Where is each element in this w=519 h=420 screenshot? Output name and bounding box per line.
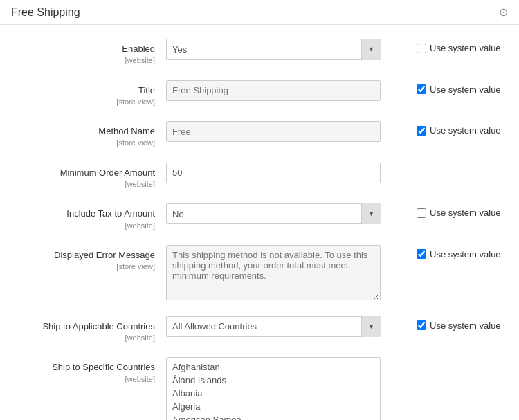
min-order-input-col: [166, 163, 408, 183]
method-name-input-col: [166, 121, 408, 142]
method-name-use-system-text: Use system value: [430, 125, 501, 136]
method-name-scope: [store view]: [0, 138, 155, 148]
ship-applicable-use-system-checkbox[interactable]: [417, 320, 426, 330]
title-use-system-checkbox[interactable]: [417, 84, 426, 94]
error-message-textarea[interactable]: [166, 245, 381, 300]
error-message-scope: [store view]: [0, 262, 155, 272]
error-message-use-system-col: Use system value: [408, 245, 519, 259]
ship-applicable-use-system-text: Use system value: [430, 320, 501, 331]
include-tax-use-system-col: Use system value: [408, 203, 519, 218]
collapse-button[interactable]: ⊙: [499, 6, 508, 19]
enabled-use-system-checkbox[interactable]: [417, 44, 426, 53]
enabled-use-system-label[interactable]: Use system value: [417, 43, 501, 53]
ship-applicable-scope: [website]: [0, 333, 155, 343]
min-order-row: Minimum Order Amount [website]: [0, 160, 519, 193]
title-use-system-text: Use system value: [430, 84, 501, 95]
method-name-label: Method Name: [0, 125, 155, 138]
method-name-use-system-checkbox[interactable]: [417, 126, 426, 136]
include-tax-label-col: Include Tax to Amount [website]: [0, 203, 166, 231]
title-use-system-label[interactable]: Use system value: [417, 84, 501, 95]
collapse-icon: ⊙: [499, 6, 508, 18]
min-order-label-col: Minimum Order Amount [website]: [0, 163, 166, 190]
enabled-select[interactable]: Yes No: [166, 39, 381, 60]
error-message-label: Displayed Error Message: [0, 249, 155, 262]
ship-specific-use-system-col: [408, 357, 519, 361]
error-message-row: Displayed Error Message [store view] Use…: [0, 242, 519, 305]
error-message-label-col: Displayed Error Message [store view]: [0, 245, 166, 273]
form-section: Enabled [website] Yes No Use system valu…: [0, 25, 519, 420]
title-input-col: [166, 80, 408, 101]
ship-applicable-label-col: Ship to Applicable Countries [website]: [0, 316, 166, 344]
enabled-label-col: Enabled [website]: [0, 39, 166, 66]
include-tax-use-system-text: Use system value: [430, 208, 501, 218]
enabled-row: Enabled [website] Yes No Use system valu…: [0, 36, 519, 69]
enabled-select-wrapper: Yes No: [166, 39, 381, 60]
error-message-use-system-checkbox[interactable]: [417, 249, 426, 259]
ship-specific-label: Ship to Specific Countries: [0, 361, 155, 374]
include-tax-select-wrapper: No Yes: [166, 203, 381, 224]
title-label: Title: [0, 84, 155, 97]
method-name-use-system-col: Use system value: [408, 121, 519, 136]
ship-specific-row: Ship to Specific Countries [website] Afg…: [0, 354, 519, 420]
title-label-col: Title [store view]: [0, 80, 166, 108]
method-name-input[interactable]: [166, 121, 381, 142]
enabled-scope: [website]: [0, 55, 155, 66]
ship-applicable-input-col: All Allowed Countries Specific Countries: [166, 316, 408, 337]
ship-applicable-label: Ship to Applicable Countries: [0, 320, 155, 333]
min-order-input[interactable]: [166, 163, 381, 183]
method-name-use-system-label[interactable]: Use system value: [417, 125, 501, 136]
ship-specific-input-col: AfghanistanÅland IslandsAlbaniaAlgeriaAm…: [166, 357, 408, 420]
page-title: Free Shipping: [11, 6, 80, 19]
method-name-row: Method Name [store view] Use system valu…: [0, 118, 519, 152]
include-tax-row: Include Tax to Amount [website] No Yes U…: [0, 201, 519, 234]
min-order-label: Minimum Order Amount: [0, 167, 155, 179]
enabled-use-system-text: Use system value: [430, 43, 501, 53]
include-tax-scope: [website]: [0, 221, 155, 231]
enabled-label: Enabled: [0, 43, 155, 55]
title-input[interactable]: [166, 80, 381, 101]
enabled-input-col: Yes No: [166, 39, 408, 60]
include-tax-use-system-label[interactable]: Use system value: [417, 208, 501, 218]
min-order-scope: [website]: [0, 179, 155, 190]
include-tax-select[interactable]: No Yes: [166, 203, 381, 224]
ship-applicable-row: Ship to Applicable Countries [website] A…: [0, 313, 519, 347]
include-tax-use-system-checkbox[interactable]: [417, 208, 426, 218]
include-tax-label: Include Tax to Amount: [0, 208, 155, 220]
error-message-input-col: [166, 245, 408, 302]
ship-specific-scope: [website]: [0, 374, 155, 385]
title-use-system-col: Use system value: [408, 80, 519, 95]
min-order-use-system-col: [408, 163, 519, 167]
page-header: Free Shipping ⊙: [0, 0, 519, 25]
ship-applicable-select-wrapper: All Allowed Countries Specific Countries: [166, 316, 381, 337]
ship-applicable-use-system-col: Use system value: [408, 316, 519, 331]
method-name-label-col: Method Name [store view]: [0, 121, 166, 149]
ship-applicable-use-system-label[interactable]: Use system value: [417, 320, 501, 331]
include-tax-input-col: No Yes: [166, 203, 408, 224]
title-scope: [store view]: [0, 97, 155, 107]
ship-specific-listbox[interactable]: AfghanistanÅland IslandsAlbaniaAlgeriaAm…: [166, 357, 381, 420]
title-row: Title [store view] Use system value: [0, 77, 519, 111]
error-message-use-system-label[interactable]: Use system value: [417, 249, 501, 259]
ship-specific-label-col: Ship to Specific Countries [website]: [0, 357, 166, 385]
enabled-use-system-col: Use system value: [408, 39, 519, 53]
error-message-use-system-text: Use system value: [430, 249, 501, 259]
ship-applicable-select[interactable]: All Allowed Countries Specific Countries: [166, 316, 381, 337]
